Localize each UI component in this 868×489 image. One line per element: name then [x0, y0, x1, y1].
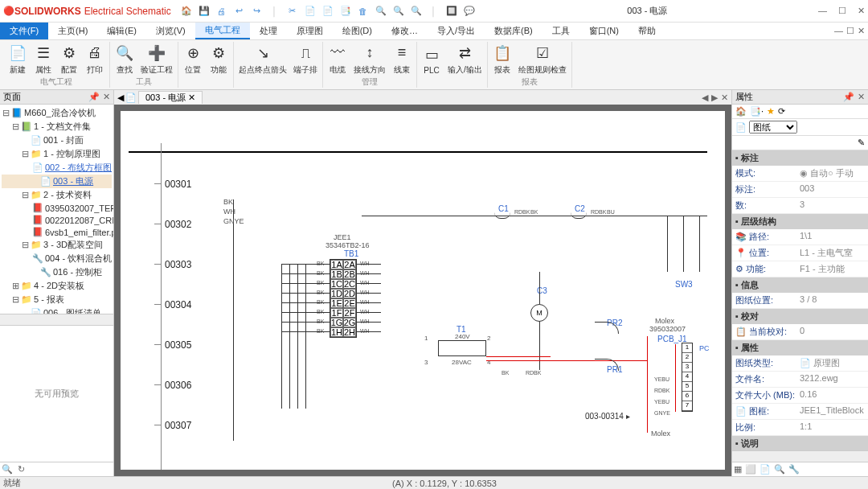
prop-section-4[interactable]: ▪ 属性 — [732, 340, 868, 355]
mdi-btn-1[interactable]: ☐ — [846, 26, 854, 36]
prop-value[interactable]: 003 — [800, 183, 865, 195]
ribbon-btn-2-1[interactable]: ⚙功能 — [209, 43, 228, 76]
footer-icon-2[interactable]: ↻ — [18, 464, 25, 475]
qat-btn-8[interactable]: 📄 — [321, 4, 335, 18]
ribbon-btn-0-3[interactable]: 🖨打印 — [85, 43, 104, 76]
rfoot-icon-4[interactable]: 🔍 — [774, 464, 785, 475]
rfoot-icon-2[interactable]: ⬜ — [745, 464, 756, 475]
rfoot-icon-5[interactable]: 🔧 — [788, 464, 800, 475]
prop-value[interactable]: 0.16 — [800, 389, 865, 401]
prop-value[interactable]: L1 - 主电气室 — [800, 247, 865, 259]
qat-btn-4[interactable]: ↪ — [250, 4, 264, 18]
ribbon-btn-0-1[interactable]: ☰属性 — [34, 43, 53, 76]
panel-pin-icon[interactable]: 📌 — [88, 92, 100, 102]
menu-tab-11[interactable]: 窗口(N) — [579, 23, 628, 39]
menu-tab-7[interactable]: 修改… — [382, 23, 428, 39]
tree-node-2[interactable]: 📄001 - 封面 — [2, 134, 112, 147]
rpanel-close-icon[interactable]: ✕ — [858, 92, 865, 102]
mdi-btn-0[interactable]: — — [834, 26, 843, 36]
home-icon[interactable]: 🏠 — [735, 106, 747, 117]
minimize-button[interactable]: — — [818, 6, 827, 16]
prop-value[interactable]: 3 — [800, 199, 865, 212]
prop-value[interactable]: 0 — [800, 326, 865, 338]
ribbon-btn-6-0[interactable]: 📋报表 — [493, 43, 512, 76]
ribbon-btn-1-0[interactable]: 🔍查找 — [115, 43, 134, 76]
ribbon-btn-4-1[interactable]: ↕接线方向 — [354, 43, 386, 76]
rpanel-pin-icon[interactable]: 📌 — [843, 92, 854, 102]
menu-tab-9[interactable]: 数据库(B) — [485, 23, 542, 39]
ribbon-btn-3-1[interactable]: ⎍端子排 — [293, 43, 317, 76]
doc-nav-prev[interactable]: ◀ — [702, 92, 708, 103]
menu-tab-1[interactable]: 编辑(E) — [97, 23, 146, 39]
qat-btn-0[interactable]: 🏠 — [179, 4, 194, 18]
ribbon-btn-5-1[interactable]: ⇄输入/输出 — [448, 43, 482, 76]
qat-btn-13[interactable]: 🔍 — [409, 4, 424, 18]
prop-scrollbar[interactable] — [732, 450, 868, 462]
qat-btn-12[interactable]: 🔍 — [391, 4, 406, 18]
schematic-canvas[interactable]: 00301003020030300304003050030600307BKWHG… — [114, 105, 731, 476]
tree-node-8[interactable]: 📕0022012087_CRIMP_H — [2, 214, 112, 226]
qat-btn-6[interactable]: ✂ — [285, 4, 300, 18]
menu-tab-3[interactable]: 电气工程 — [195, 23, 250, 39]
qat-btn-15[interactable]: 🔲 — [444, 4, 459, 18]
tree-node-9[interactable]: 📕6vsb1_emi_filter.pdf — [2, 226, 112, 238]
star-icon[interactable]: ★ — [767, 106, 775, 117]
ribbon-btn-6-1[interactable]: ☑绘图规则检查 — [518, 43, 567, 76]
prop-value[interactable]: 1:1 — [800, 421, 865, 434]
qat-btn-2[interactable]: 🖨 — [215, 4, 229, 18]
maximize-button[interactable]: ☐ — [838, 6, 846, 16]
menu-tab-5[interactable]: 原理图 — [287, 23, 333, 39]
qat-btn-10[interactable]: 🗑 — [356, 4, 371, 18]
mdi-btn-2[interactable]: ✕ — [858, 26, 865, 36]
menu-tab-0[interactable]: 主页(H) — [48, 23, 97, 39]
doc-tab-prev[interactable]: ◀ — [117, 92, 124, 103]
file-menu[interactable]: 文件(F) — [0, 23, 48, 39]
qat-btn-9[interactable]: 📑 — [338, 4, 353, 18]
close-button[interactable]: ✕ — [858, 6, 865, 16]
ribbon-btn-0-0[interactable]: 📄新建 — [8, 43, 27, 76]
ribbon-btn-4-0[interactable]: 〰电缆 — [328, 43, 347, 76]
tree-node-11[interactable]: 🔧004 - 饮料混合机 — [2, 252, 112, 265]
ribbon-btn-3-0[interactable]: ↘起点终点箭头 — [239, 43, 287, 76]
prop-section-2[interactable]: ▪ 信息 — [732, 277, 868, 293]
category-icon[interactable]: 📑· — [750, 106, 764, 117]
edit-pencil-icon[interactable]: ✎ — [858, 138, 865, 147]
tree-node-1[interactable]: ⊟📗1 - 文档文件集 — [2, 120, 112, 134]
tree-node-14[interactable]: ⊟📁5 - 报表 — [2, 293, 112, 306]
tree-node-4[interactable]: 📄002 - 布线方框图 — [2, 161, 112, 175]
prop-value[interactable]: 📄 原理图 — [800, 357, 865, 369]
object-type-select[interactable]: 图纸 — [749, 121, 797, 134]
rfoot-icon-3[interactable]: 📄 — [760, 464, 771, 475]
qat-btn-16[interactable]: 💬 — [462, 4, 477, 18]
tree-node-12[interactable]: 🔧016 - 控制柜 — [2, 265, 112, 279]
tree-scrollbar[interactable] — [0, 314, 113, 325]
footer-icon-1[interactable]: 🔍 — [2, 464, 13, 475]
doc-nav-next[interactable]: ▶ — [711, 92, 718, 103]
tree-node-5[interactable]: 📄003 - 电源 — [2, 175, 112, 188]
ribbon-btn-1-1[interactable]: ➕验证工程 — [141, 43, 173, 76]
menu-tab-8[interactable]: 导入/导出 — [428, 23, 485, 39]
qat-btn-7[interactable]: 📄 — [303, 4, 317, 18]
ribbon-btn-5-0[interactable]: ▭PLC — [422, 45, 441, 75]
menu-tab-12[interactable]: 帮助 — [628, 23, 665, 39]
qat-btn-3[interactable]: ↩ — [232, 4, 247, 18]
tree-node-6[interactable]: ⊟📁2 - 技术资料 — [2, 188, 112, 202]
refresh-icon[interactable]: ⟳ — [778, 106, 785, 117]
prop-value[interactable]: 3212.ewg — [800, 373, 865, 385]
tree-node-13[interactable]: ⊞📁4 - 2D安装板 — [2, 279, 112, 293]
ribbon-btn-0-2[interactable]: ⚙配置 — [59, 43, 79, 76]
tree-node-3[interactable]: ⊟📁1 - 控制原理图 — [2, 147, 112, 161]
prop-section-1[interactable]: ▪ 层级结构 — [732, 214, 868, 229]
tree-node-0[interactable]: ⊟📘M660_混合冷饮机 — [2, 106, 112, 120]
menu-tab-2[interactable]: 浏览(V) — [146, 23, 195, 39]
ribbon-btn-2-0[interactable]: ⊕位置 — [183, 43, 203, 76]
qat-btn-11[interactable]: 🔍 — [374, 4, 388, 18]
rfoot-icon-1[interactable]: ▦ — [734, 464, 742, 475]
tree-node-15[interactable]: 📄006 - 图纸清单 — [2, 306, 112, 314]
prop-value[interactable]: JEE1_TitleBlock — [800, 405, 865, 417]
prop-value[interactable]: F1 - 主功能 — [800, 263, 865, 275]
doc-nav-close[interactable]: ✕ — [721, 92, 728, 103]
prop-section-0[interactable]: ▪ 标注 — [732, 150, 868, 166]
qat-btn-1[interactable]: 💾 — [197, 4, 211, 18]
menu-tab-6[interactable]: 绘图(D) — [333, 23, 382, 39]
